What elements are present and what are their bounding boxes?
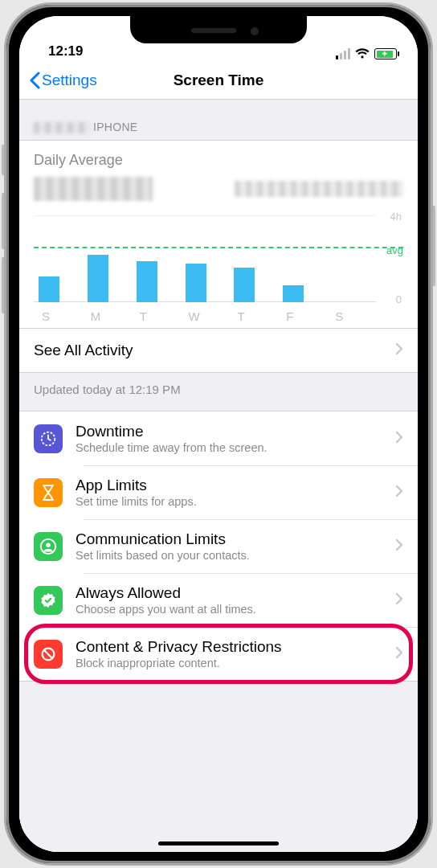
- option-title: App Limits: [76, 477, 197, 494]
- option-title: Always Allowed: [76, 584, 256, 602]
- option-title: Downtime: [76, 423, 268, 440]
- check-icon: [34, 586, 63, 615]
- chevron-right-icon: [395, 646, 403, 662]
- x-axis-label: T: [132, 309, 181, 323]
- y-axis-top-label: 4h: [390, 211, 402, 223]
- redacted-text: [235, 181, 403, 197]
- option-subtitle: Set time limits for apps.: [76, 495, 197, 508]
- volume-up-button: [2, 193, 6, 249]
- volume-down-button: [2, 257, 6, 313]
- option-subtitle: Choose apps you want at all times.: [76, 603, 256, 616]
- daily-average-label: Daily Average: [34, 152, 403, 169]
- notch: [130, 16, 307, 43]
- chevron-right-icon: [395, 485, 403, 501]
- option-row-nosign[interactable]: Content & Privacy RestrictionsBlock inap…: [19, 627, 418, 681]
- device-section-header: IPHONE: [19, 100, 418, 140]
- battery-icon: ✦: [374, 48, 397, 59]
- option-title: Content & Privacy Restrictions: [76, 638, 282, 656]
- options-group: DowntimeSchedule time away from the scre…: [19, 411, 418, 682]
- svg-point-2: [46, 542, 51, 547]
- navigation-bar: Settings Screen Time: [19, 61, 418, 100]
- updated-label: Updated today at 12:19 PM: [19, 373, 418, 411]
- status-time: 12:19: [48, 43, 83, 59]
- device-header-suffix: IPHONE: [93, 121, 137, 133]
- option-row-downtime[interactable]: DowntimeSchedule time away from the scre…: [19, 411, 418, 465]
- chart-bar: [39, 276, 59, 302]
- mute-switch: [2, 145, 6, 175]
- downtime-icon: [34, 424, 63, 453]
- chevron-right-icon: [395, 592, 403, 608]
- hourglass-icon: [34, 478, 63, 507]
- page-title: Screen Time: [19, 61, 418, 99]
- chevron-right-icon: [395, 538, 403, 555]
- option-subtitle: Block inappropriate content.: [76, 657, 282, 669]
- phone-frame: 12:19 ✦ Settings: [6, 5, 431, 863]
- see-all-activity-row[interactable]: See All Activity: [19, 329, 418, 372]
- x-axis-label: W: [181, 309, 230, 323]
- x-axis-label: S: [327, 309, 376, 323]
- option-subtitle: Set limits based on your contacts.: [76, 549, 250, 562]
- chart-bar: [88, 255, 108, 302]
- x-axis-label: F: [278, 309, 327, 323]
- person-icon: [34, 532, 63, 561]
- option-row-hourglass[interactable]: App LimitsSet time limits for apps.: [19, 465, 418, 519]
- redacted-text: [34, 177, 153, 201]
- x-axis-label: T: [229, 309, 278, 323]
- chart-bar: [186, 264, 206, 303]
- chart-bar: [137, 261, 157, 302]
- home-indicator[interactable]: [158, 841, 279, 845]
- usage-summary-card[interactable]: Daily Average 4h avg: [19, 140, 418, 329]
- nosign-icon: [34, 640, 63, 669]
- option-row-check[interactable]: Always AllowedChoose apps you want at al…: [19, 573, 418, 627]
- chevron-right-icon: [395, 431, 403, 447]
- chart-bar: [283, 285, 304, 303]
- svg-line-4: [44, 649, 53, 658]
- redacted-text: [34, 122, 90, 133]
- chevron-right-icon: [395, 342, 403, 359]
- chart-bar: [234, 268, 255, 302]
- option-subtitle: Schedule time away from the screen.: [76, 441, 268, 454]
- see-all-activity-label: See All Activity: [34, 342, 133, 359]
- x-axis-label: M: [83, 309, 132, 323]
- option-title: Communication Limits: [76, 530, 250, 548]
- usage-chart: 4h avg 0 SMTWTFS: [34, 211, 403, 323]
- power-button: [431, 206, 435, 286]
- y-axis-bottom-label: 0: [396, 293, 402, 305]
- cellular-signal-icon: [336, 48, 350, 59]
- option-row-person[interactable]: Communication LimitsSet limits based on …: [19, 519, 418, 573]
- x-axis-label: S: [34, 309, 83, 323]
- wifi-icon: [355, 48, 370, 59]
- y-axis-avg-label: avg: [386, 244, 403, 256]
